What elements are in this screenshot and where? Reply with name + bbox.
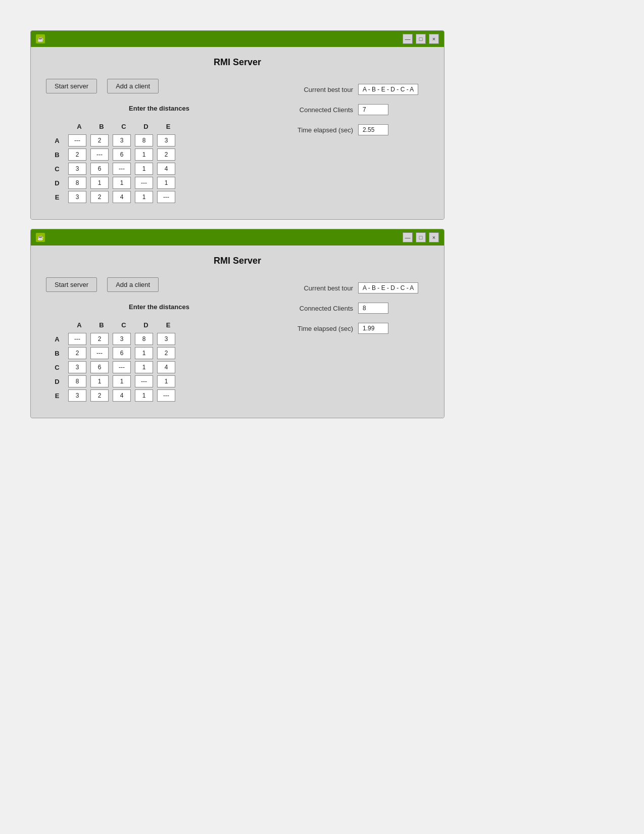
- cell-D-E: 1: [157, 176, 179, 190]
- window-body: RMI ServerStart serverAdd a clientEnter …: [31, 246, 444, 418]
- close-button[interactable]: ×: [429, 232, 439, 242]
- cell-E-A: 3: [68, 190, 90, 204]
- cell-C-D: 1: [135, 162, 157, 176]
- cell-value: ---: [90, 149, 109, 161]
- cell-value: 3: [68, 389, 86, 402]
- minimize-button[interactable]: —: [403, 232, 413, 242]
- cell-D-C: 1: [113, 374, 135, 388]
- time-elapsed-row: Time elapsed (sec)2.55: [287, 124, 429, 135]
- connected-clients-row: Connected Clients7: [287, 104, 429, 115]
- cell-C-D: 1: [135, 360, 157, 374]
- cell-value: 1: [157, 375, 175, 387]
- col-header-E: E: [157, 318, 179, 332]
- cell-A-B: 2: [90, 332, 113, 346]
- table-row: C36---14: [46, 360, 179, 374]
- col-header-C: C: [113, 318, 135, 332]
- rmi-window-window1: ☕—□×RMI ServerStart serverAdd a clientEn…: [30, 30, 444, 220]
- col-header-B: B: [90, 119, 113, 133]
- rmi-window-window2: ☕—□×RMI ServerStart serverAdd a clientEn…: [30, 229, 444, 418]
- col-header-D: D: [135, 119, 157, 133]
- cell-value: ---: [113, 163, 131, 175]
- cell-value: 1: [113, 375, 131, 387]
- cell-E-E: ---: [157, 190, 179, 204]
- cell-value: 6: [113, 347, 131, 359]
- cell-value: 3: [68, 361, 86, 373]
- row-label-A: A: [46, 332, 68, 346]
- cell-value: 2: [68, 149, 86, 161]
- cell-value: 2: [90, 134, 109, 146]
- row-label-B: B: [46, 346, 68, 360]
- current-best-tour-row: Current best tourA - B - E - D - C - A: [287, 282, 429, 293]
- cell-A-D: 8: [135, 332, 157, 346]
- connected-clients-label: Connected Clients: [287, 305, 353, 312]
- start-server-button[interactable]: Start server: [46, 277, 97, 292]
- cell-B-E: 2: [157, 346, 179, 360]
- cell-value: 1: [135, 149, 153, 161]
- add-client-button[interactable]: Add a client: [107, 277, 159, 292]
- cell-value: ---: [68, 333, 86, 345]
- connected-clients-row: Connected Clients8: [287, 303, 429, 314]
- distance-table: ABCDEA---2383B2---612C36---14D811---1E32…: [46, 318, 179, 403]
- cell-value: 2: [90, 389, 109, 402]
- col-header-A: A: [68, 119, 90, 133]
- cell-A-C: 3: [113, 332, 135, 346]
- cell-value: 1: [157, 177, 175, 189]
- cell-A-C: 3: [113, 133, 135, 148]
- current-best-tour-value: A - B - E - D - C - A: [358, 282, 418, 293]
- cell-D-D: ---: [135, 374, 157, 388]
- row-label-E: E: [46, 388, 68, 403]
- close-button[interactable]: ×: [429, 34, 439, 44]
- cell-value: 2: [90, 333, 109, 345]
- distance-table: ABCDEA---2383B2---612C36---14D811---1E32…: [46, 119, 179, 204]
- cell-value: ---: [113, 361, 131, 373]
- maximize-button[interactable]: □: [416, 34, 426, 44]
- cell-value: ---: [157, 389, 175, 402]
- time-elapsed-label: Time elapsed (sec): [287, 126, 353, 134]
- cell-B-A: 2: [68, 346, 90, 360]
- cell-value: ---: [135, 177, 153, 189]
- cell-value: 2: [90, 191, 109, 203]
- window-icon: ☕: [36, 233, 45, 242]
- cell-value: ---: [68, 134, 86, 146]
- cell-B-D: 1: [135, 346, 157, 360]
- window-controls: —□×: [403, 232, 439, 242]
- cell-value: 2: [157, 149, 175, 161]
- row-label-C: C: [46, 162, 68, 176]
- table-row: A---2383: [46, 332, 179, 346]
- cell-value: 1: [135, 191, 153, 203]
- window-title: RMI Server: [46, 57, 429, 68]
- time-elapsed-value: 1.99: [358, 323, 388, 334]
- col-header-B: B: [90, 318, 113, 332]
- title-bar: ☕—□×: [31, 31, 444, 47]
- cell-B-B: ---: [90, 346, 113, 360]
- cell-value: 4: [157, 361, 175, 373]
- cell-value: ---: [157, 191, 175, 203]
- cell-C-A: 3: [68, 162, 90, 176]
- cell-E-A: 3: [68, 388, 90, 403]
- cell-value: 4: [113, 191, 131, 203]
- cell-D-C: 1: [113, 176, 135, 190]
- window-icon: ☕: [36, 34, 45, 43]
- cell-value: ---: [90, 347, 109, 359]
- table-row: D811---1: [46, 176, 179, 190]
- table-row: A---2383: [46, 133, 179, 148]
- connected-clients-label: Connected Clients: [287, 106, 353, 114]
- add-client-button[interactable]: Add a client: [107, 79, 159, 93]
- minimize-button[interactable]: —: [403, 34, 413, 44]
- cell-value: 8: [135, 134, 153, 146]
- cell-B-E: 2: [157, 148, 179, 162]
- cell-C-B: 6: [90, 162, 113, 176]
- cell-A-D: 8: [135, 133, 157, 148]
- cell-value: 1: [135, 361, 153, 373]
- left-panel: Start serverAdd a clientEnter the distan…: [46, 79, 272, 204]
- cell-C-C: ---: [113, 162, 135, 176]
- distances-label: Enter the distances: [46, 303, 272, 311]
- row-label-E: E: [46, 190, 68, 204]
- cell-value: 1: [135, 347, 153, 359]
- cell-value: 8: [68, 177, 86, 189]
- cell-D-E: 1: [157, 374, 179, 388]
- maximize-button[interactable]: □: [416, 232, 426, 242]
- start-server-button[interactable]: Start server: [46, 79, 97, 93]
- cell-value: 1: [135, 389, 153, 402]
- cell-value: 6: [113, 149, 131, 161]
